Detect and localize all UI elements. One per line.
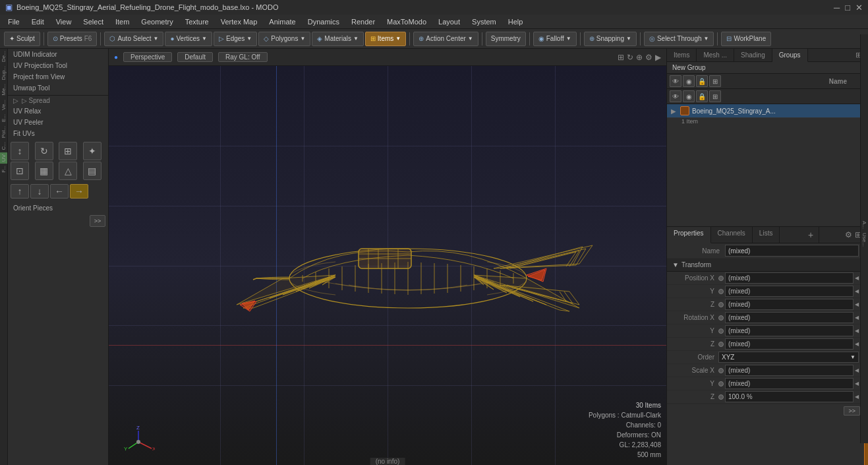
tool-uv-proj[interactable]: UV Projection Tool <box>8 60 108 71</box>
menu-texture[interactable]: Texture <box>180 16 214 27</box>
materials-btn[interactable]: ◈ Materials ▼ <box>312 32 364 46</box>
menu-vertexmap[interactable]: Vertex Map <box>216 16 263 27</box>
rp-lock-btn[interactable]: 🔒 <box>696 75 708 87</box>
menu-layout[interactable]: Layout <box>433 16 465 27</box>
prop-pos-x-arrow[interactable]: ◀ <box>855 275 859 281</box>
right-vtab-1[interactable]: A... <box>861 219 868 231</box>
prop-rot-x-dot[interactable] <box>718 315 724 321</box>
vtab-label-3[interactable]: Me... <box>0 82 7 98</box>
grid-btn-7[interactable]: △ <box>59 162 77 180</box>
edges-btn[interactable]: ▷ Edges ▼ <box>214 32 257 46</box>
rp-item-boeing[interactable]: ▶ Boeing_MQ25_Stingray_A... <box>667 104 864 118</box>
viewport[interactable]: ● Perspective Default Ray GL: Off ⊞ ↻ ⊕ … <box>109 49 666 465</box>
prop-scale-z-dot[interactable] <box>718 394 724 400</box>
vp-more-icon[interactable]: ▶ <box>655 53 661 62</box>
default-btn[interactable]: Default <box>177 52 213 62</box>
menu-maxtomodo[interactable]: MaxToModo <box>382 16 432 27</box>
prop-scale-z-val[interactable]: 100.0 % <box>725 391 854 402</box>
rp-eye2-btn[interactable]: 👁 <box>670 90 681 102</box>
prop-rot-y-val[interactable]: (mixed) <box>725 325 854 336</box>
vp-zoom-icon[interactable]: ⊕ <box>636 53 643 62</box>
prop-pos-y-dot[interactable] <box>718 289 724 294</box>
action-center-btn[interactable]: ⊕ Action Center ▼ <box>413 32 478 46</box>
presets-btn[interactable]: ⊙ Presets F6 <box>47 32 98 46</box>
prop-rot-x-arrow[interactable]: ◀ <box>855 315 859 321</box>
rp-link-btn[interactable]: ⊞ <box>709 75 721 87</box>
auto-select-btn[interactable]: ⬡ Auto Select ▼ <box>104 32 163 46</box>
prop-scale-y-val[interactable]: (mixed) <box>725 378 854 389</box>
tool-unwrap[interactable]: Unwrap Tool <box>8 82 108 94</box>
minimize-btn[interactable]: ─ <box>834 3 840 13</box>
rp-cam2-btn[interactable]: ◉ <box>683 90 695 102</box>
prop-scale-y-dot[interactable] <box>718 381 724 387</box>
right-vtab-2[interactable]: Use... <box>861 231 868 249</box>
maximize-btn[interactable]: □ <box>845 3 850 13</box>
vtab-label-6[interactable]: Pol... <box>0 124 7 140</box>
grid-btn-5[interactable]: ⊡ <box>11 162 29 180</box>
menu-render[interactable]: Render <box>346 16 380 27</box>
prop-pos-y-val[interactable]: (mixed) <box>725 286 854 297</box>
titlebar-controls[interactable]: ─ □ ✕ <box>834 3 863 13</box>
menu-animate[interactable]: Animate <box>264 16 301 27</box>
rp-tab-properties[interactable]: Properties <box>667 227 711 243</box>
rp-tab-shading[interactable]: Shading <box>734 49 772 61</box>
tool-uv-peeler[interactable]: UV Peeler <box>8 117 108 128</box>
prop-pos-x-dot[interactable] <box>718 276 724 281</box>
prop-scale-y-arrow[interactable]: ◀ <box>855 381 859 387</box>
rp-props-settings-icon[interactable]: ⚙ <box>845 230 852 239</box>
grid-btn-3[interactable]: ⊞ <box>59 142 77 160</box>
rp-lock2-btn[interactable]: 🔒 <box>696 90 708 102</box>
menu-item[interactable]: Item <box>110 16 134 27</box>
prop-pos-z-dot[interactable] <box>718 302 724 307</box>
grid-btn-6[interactable]: ▦ <box>35 162 53 180</box>
rp-tab-lists[interactable]: Lists <box>753 227 780 243</box>
vtab-label-2[interactable]: Dup... <box>0 64 7 82</box>
vtab-label-1[interactable]: De... <box>0 49 7 64</box>
menu-file[interactable]: File <box>3 16 25 27</box>
polygons-btn[interactable]: ◇ Polygons ▼ <box>258 32 310 46</box>
vertices-btn[interactable]: ● Vertices ▼ <box>165 32 212 46</box>
close-btn[interactable]: ✕ <box>855 3 863 13</box>
vtab-label-4[interactable]: Ve... <box>0 98 7 112</box>
arrow-up-btn[interactable]: ↑ <box>11 184 29 199</box>
rp-tab-items[interactable]: Items <box>667 49 697 61</box>
grid-btn-4[interactable]: ✦ <box>83 142 101 160</box>
prop-pos-y-arrow[interactable]: ◀ <box>855 288 859 294</box>
arrow-right-btn[interactable]: → <box>70 184 88 199</box>
grid-btn-1[interactable]: ↕ <box>11 142 29 160</box>
workplane-btn[interactable]: ⊟ WorkPlane <box>721 32 771 46</box>
vp-fit-icon[interactable]: ⊞ <box>618 53 624 62</box>
rp-tab-groups[interactable]: Groups <box>772 49 808 62</box>
items-btn[interactable]: ⊞ Items ▼ <box>365 32 406 46</box>
rp-cam-btn[interactable]: ◉ <box>683 75 695 87</box>
menu-dynamics[interactable]: Dynamics <box>303 16 345 27</box>
perspective-btn[interactable]: Perspective <box>123 52 172 62</box>
menu-view[interactable]: View <box>51 16 77 27</box>
prop-rot-y-arrow[interactable]: ◀ <box>855 328 859 334</box>
grid-btn-8[interactable]: ▤ <box>83 162 101 180</box>
prop-scale-x-val[interactable]: (mixed) <box>725 365 854 376</box>
rp-eye-btn[interactable]: 👁 <box>670 75 681 87</box>
prop-pos-z-val[interactable]: (mixed) <box>725 299 854 310</box>
tool-fit-uvs[interactable]: Fit UVs <box>8 128 108 139</box>
symmetry-btn[interactable]: Symmetry <box>486 32 526 46</box>
menu-system[interactable]: System <box>467 16 502 27</box>
vtab-label-7[interactable]: C... <box>0 140 7 152</box>
snapping-btn[interactable]: ⊕ Snapping ▼ <box>584 32 637 46</box>
sculpt-btn[interactable]: ✦ Sculpt <box>4 32 40 46</box>
tool-udim[interactable]: UDIM Indicator <box>8 49 108 60</box>
prop-scale-x-dot[interactable] <box>718 368 724 373</box>
rp-add-tab-btn[interactable]: + <box>803 227 819 243</box>
prop-pos-x-val[interactable]: (mixed) <box>725 272 854 284</box>
rp-more-btn[interactable]: >> <box>844 406 860 416</box>
rp-tab-channels[interactable]: Channels <box>711 227 753 243</box>
prop-scale-x-arrow[interactable]: ◀ <box>855 367 859 373</box>
prop-order-dropdown[interactable]: XYZ ▼ <box>718 352 859 363</box>
new-group-btn[interactable]: New Group <box>667 62 864 74</box>
tool-orient-pieces[interactable]: Orient Pieces <box>8 202 108 214</box>
falloff-btn[interactable]: ◉ Falloff ▼ <box>533 32 577 46</box>
select-through-btn[interactable]: ◎ Select Through ▼ <box>644 32 714 46</box>
vp-settings-icon[interactable]: ⚙ <box>645 53 652 62</box>
vtab-label-f[interactable]: F... <box>0 164 7 175</box>
tool-uv-relax[interactable]: UV Relax <box>8 106 108 117</box>
